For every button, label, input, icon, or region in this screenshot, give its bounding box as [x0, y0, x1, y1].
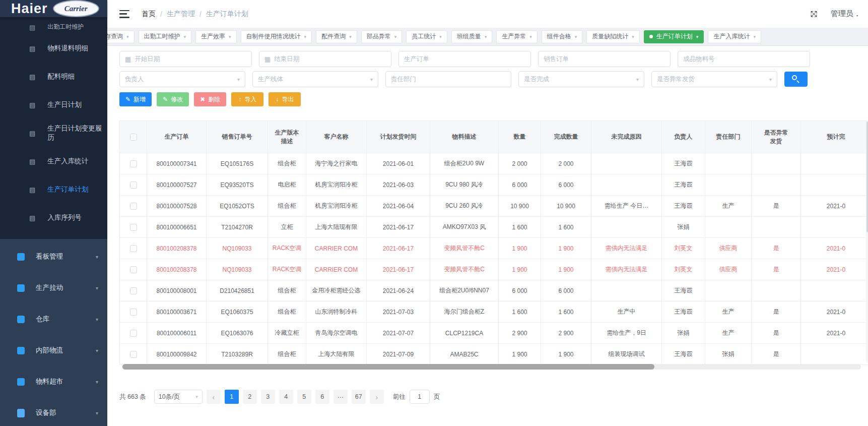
- tab-item[interactable]: 部品异常▾: [361, 30, 403, 43]
- sidebar-item[interactable]: ▤物料退料明细: [0, 34, 107, 63]
- row-checkbox[interactable]: [130, 351, 137, 358]
- row-checkbox[interactable]: [130, 245, 137, 252]
- filter-field: ▾: [518, 71, 644, 87]
- tab-label: 自制件使用情况统计: [246, 32, 301, 41]
- filter-input[interactable]: [404, 55, 525, 63]
- cell: 2 000: [499, 153, 541, 174]
- tab-label: 生产效率: [201, 32, 225, 41]
- tab-item[interactable]: 组件合格▾: [542, 30, 583, 43]
- row-checkbox[interactable]: [130, 287, 137, 294]
- cell: 1 600: [499, 301, 541, 323]
- row-checkbox[interactable]: [130, 181, 137, 189]
- sidebar-item[interactable]: ▤配料明细: [0, 63, 107, 91]
- breadcrumb-section[interactable]: 生产管理: [167, 10, 195, 19]
- tab-active[interactable]: 生产订单计划▾: [644, 30, 704, 43]
- sidebar-item[interactable]: ▤生产订单计划: [0, 175, 107, 204]
- page-button-3[interactable]: 3: [261, 390, 275, 404]
- 导出-button[interactable]: ↓导出: [269, 92, 301, 106]
- hamburger-icon[interactable]: [119, 10, 129, 18]
- filter-select[interactable]: [258, 76, 367, 83]
- brand-logo: Haier Carrier: [0, 0, 107, 17]
- breadcrumb-home[interactable]: 首页: [142, 10, 156, 19]
- sidebar-group-item[interactable]: 仓库▾: [0, 303, 107, 335]
- cell: 2021-0: [801, 259, 868, 280]
- fullscreen-icon[interactable]: [811, 10, 820, 19]
- active-dot-icon: [649, 35, 653, 38]
- page-button-1[interactable]: 1: [225, 390, 239, 404]
- tab-item[interactable]: 配件查询▾: [316, 30, 357, 43]
- sidebar-item-label: 配料明细: [47, 72, 75, 81]
- horizontal-scrollbar-thumb[interactable]: [122, 364, 654, 370]
- 修改-button[interactable]: ✎修改: [157, 92, 189, 106]
- cell: 9CU 980 风冷: [430, 174, 499, 196]
- filter-select[interactable]: [125, 76, 234, 83]
- cell: [705, 217, 752, 238]
- table-row: 800100007527EQ93520TS电启柜机房宝润阳冷柜2021-06-0…: [120, 174, 868, 196]
- cell: 金用冷柜需经公选: [306, 280, 367, 301]
- checkbox-cell: [120, 344, 147, 365]
- tab-item[interactable]: 自制件使用情况统计▾: [241, 30, 312, 43]
- 删除-button[interactable]: ✖删除: [194, 92, 226, 106]
- cell: 刘英文: [662, 259, 705, 280]
- filter-select[interactable]: [524, 76, 633, 83]
- page-button-2[interactable]: 2: [243, 390, 257, 404]
- header-checkbox-cell: [120, 121, 147, 153]
- page-button-67[interactable]: 67: [352, 390, 366, 404]
- sidebar-item[interactable]: ▤生产日计划: [0, 91, 107, 119]
- sidebar-item[interactable]: ▤入库序列号: [0, 204, 107, 232]
- row-checkbox[interactable]: [130, 309, 137, 316]
- user-menu[interactable]: 管理员 ▪: [831, 9, 858, 19]
- filter-input[interactable]: [683, 55, 805, 63]
- row-checkbox[interactable]: [130, 266, 137, 273]
- select-all-checkbox[interactable]: [130, 134, 137, 141]
- cell: 1 900: [541, 344, 591, 365]
- cell: 2 900: [499, 323, 541, 344]
- filter-input[interactable]: [274, 55, 386, 63]
- cell: [591, 217, 662, 238]
- row-checkbox[interactable]: [130, 160, 137, 167]
- filter-input[interactable]: [391, 76, 506, 83]
- cell: D210426851: [207, 280, 268, 301]
- cell: T2104270R: [207, 217, 268, 238]
- tab-item[interactable]: 库存查询▾: [107, 30, 135, 43]
- page-size-select[interactable]: 10条/页 ▾: [154, 390, 203, 404]
- 导入-button[interactable]: ↑导入: [231, 92, 263, 106]
- 新增-button[interactable]: ✎新增: [119, 92, 152, 106]
- sidebar-item[interactable]: ▤生产入库统计: [0, 147, 107, 175]
- search-button[interactable]: [784, 72, 808, 87]
- sidebar-item[interactable]: ▤生产日计划变更履历: [0, 119, 107, 147]
- more-pages-button[interactable]: ⋯: [333, 390, 348, 404]
- pagination: 共 663 条 10条/页 ▾ ‹ 123456⋯67 › 前往 页: [119, 390, 868, 404]
- tab-item[interactable]: 员工统计▾: [406, 30, 447, 43]
- goto-page-input[interactable]: [410, 390, 430, 404]
- tab-item[interactable]: 生产效率▾: [195, 30, 237, 43]
- sidebar-group-item[interactable]: 物料超市▾: [0, 366, 107, 397]
- tab-item[interactable]: 班组质量▾: [451, 30, 493, 43]
- next-page-button[interactable]: ›: [370, 390, 384, 404]
- cell: 王海霞: [662, 196, 705, 217]
- filter-input[interactable]: [544, 55, 665, 63]
- tab-item[interactable]: 生产异常▾: [496, 30, 538, 43]
- sidebar-item[interactable]: ▤出勤工时维护: [0, 17, 107, 34]
- cell: [752, 174, 801, 196]
- row-checkbox[interactable]: [130, 330, 137, 337]
- chevron-down-icon: ▾: [96, 254, 98, 260]
- page-button-5[interactable]: 5: [297, 390, 311, 404]
- sidebar-group-item[interactable]: 设备部▾: [0, 397, 107, 426]
- checkbox-cell: [120, 323, 147, 344]
- sidebar-group-item[interactable]: 内部物流▾: [0, 335, 107, 366]
- sidebar-group-item[interactable]: 生产拉动▾: [0, 272, 107, 303]
- sidebar-group-item[interactable]: 看板管理▾: [0, 241, 107, 272]
- page-button-6[interactable]: 6: [315, 390, 329, 404]
- filter-select[interactable]: [657, 76, 766, 83]
- filter-input[interactable]: [135, 55, 246, 63]
- sidebar-group-label: 内部物流: [36, 346, 85, 355]
- tab-item[interactable]: 出勤工时维护▾: [139, 30, 192, 43]
- tab-item[interactable]: 生产入库统计▾: [708, 30, 761, 43]
- prev-page-button[interactable]: ‹: [207, 390, 221, 404]
- row-checkbox[interactable]: [130, 224, 137, 231]
- column-header: 是否异常 发货: [752, 121, 801, 153]
- row-checkbox[interactable]: [130, 203, 137, 210]
- page-button-4[interactable]: 4: [279, 390, 293, 404]
- tab-item[interactable]: 质量缺陷统计▾: [586, 30, 640, 43]
